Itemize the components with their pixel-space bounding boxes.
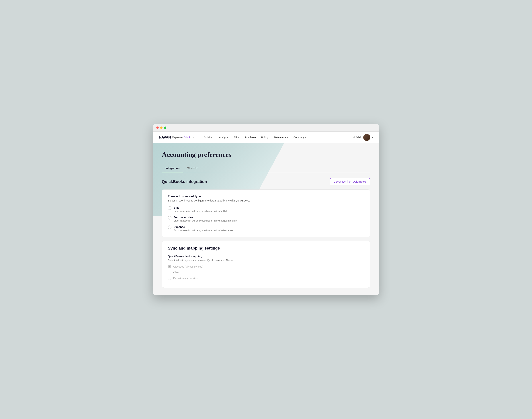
tab-gl-codes[interactable]: GL codes	[183, 164, 202, 172]
nav-item-activity[interactable]: Activity ▾	[202, 134, 216, 140]
nav-item-statements[interactable]: Statements ▾	[271, 134, 290, 140]
disconnect-button[interactable]: Disconnect from QuickBooks	[330, 178, 370, 185]
radio-journal[interactable]	[168, 216, 171, 220]
radio-journal-label: Journal entries	[174, 216, 237, 219]
checkbox-option-class: Class	[168, 271, 364, 274]
checkbox-gl-codes-label: GL codes (always synced)	[173, 265, 203, 268]
field-mapping-title: QuickBooks field mapping	[168, 255, 364, 258]
transaction-record-card: Transaction record type Select a record …	[162, 189, 370, 237]
sync-mapping-card: Sync and mapping settings QuickBooks fie…	[162, 241, 370, 288]
transaction-record-title: Transaction record type	[168, 195, 364, 198]
brand-navan: NAVAN	[159, 135, 171, 139]
close-button[interactable]	[156, 127, 159, 129]
page-title: Accounting preferences	[162, 151, 370, 158]
navbar: NAVAN Expense Admin ▾ Activity ▾ Analysi…	[153, 131, 379, 143]
brand-chevron-icon: ▾	[193, 136, 194, 139]
chevron-down-icon: ▾	[287, 136, 288, 138]
greeting-text: Hi Adah	[353, 136, 361, 139]
minimize-button[interactable]	[160, 127, 163, 129]
content-wrapper: Accounting preferences Integration GL co…	[153, 143, 379, 295]
chevron-down-icon: ▾	[305, 136, 306, 138]
nav-item-purchase[interactable]: Purchase	[243, 134, 258, 140]
checkbox-class[interactable]	[168, 271, 171, 274]
checkbox-department[interactable]	[168, 277, 171, 280]
chevron-down-icon: ▾	[213, 136, 214, 138]
sync-section-title: Sync and mapping settings	[168, 246, 364, 251]
radio-expense-desc: Each transaction will be synced as an in…	[174, 229, 233, 232]
title-bar	[153, 124, 379, 131]
section-header-row: QuickBooks integration Disconnect from Q…	[162, 178, 370, 185]
radio-bills-label: Bills	[174, 206, 227, 209]
nav-item-policy[interactable]: Policy	[259, 134, 270, 140]
brand: NAVAN Expense Admin ▾	[159, 135, 194, 139]
radio-expense-label: Expense	[174, 225, 233, 228]
radio-journal-desc: Each transaction will be synced as an in…	[174, 219, 237, 222]
brand-expense: Expense	[172, 136, 183, 139]
nav-item-trips[interactable]: Trips	[232, 134, 242, 140]
radio-bills-desc: Each transaction will be synced as an in…	[174, 210, 227, 212]
checkbox-option-gl-codes: GL codes (always synced)	[168, 265, 364, 268]
nav-item-analysis[interactable]: Analysis	[217, 134, 231, 140]
checkbox-gl-codes	[168, 265, 171, 268]
avatar[interactable]	[363, 134, 370, 141]
field-mapping-subtitle: Select fields to sync data between Quick…	[168, 259, 364, 262]
tab-integration[interactable]: Integration	[162, 164, 183, 172]
radio-option-journal: Journal entries Each transaction will be…	[168, 216, 364, 222]
main-content: Accounting preferences Integration GL co…	[153, 143, 379, 295]
checkbox-option-department: Department / Location	[168, 277, 364, 280]
maximize-button[interactable]	[164, 127, 166, 129]
nav-links: Activity ▾ Analysis Trips Purchase Polic…	[202, 134, 353, 140]
app-window: NAVAN Expense Admin ▾ Activity ▾ Analysi…	[153, 124, 379, 295]
nav-item-company[interactable]: Company ▾	[291, 134, 308, 140]
nav-right: Hi Adah ▾	[353, 134, 373, 141]
radio-bills[interactable]	[168, 206, 171, 210]
checkbox-class-label: Class	[173, 271, 180, 274]
tabs: Integration GL codes	[162, 164, 370, 172]
radio-option-expense: Expense Each transaction will be synced …	[168, 225, 364, 232]
avatar-image	[363, 134, 370, 141]
radio-expense[interactable]	[168, 225, 171, 229]
transaction-record-subtitle: Select a record type to configure the da…	[168, 199, 364, 202]
quickbooks-section-title: QuickBooks integration	[162, 179, 207, 184]
user-chevron-icon: ▾	[372, 136, 373, 139]
brand-admin: Admin	[184, 136, 191, 139]
radio-option-bills: Bills Each transaction will be synced as…	[168, 206, 364, 212]
checkbox-department-label: Department / Location	[173, 277, 198, 280]
